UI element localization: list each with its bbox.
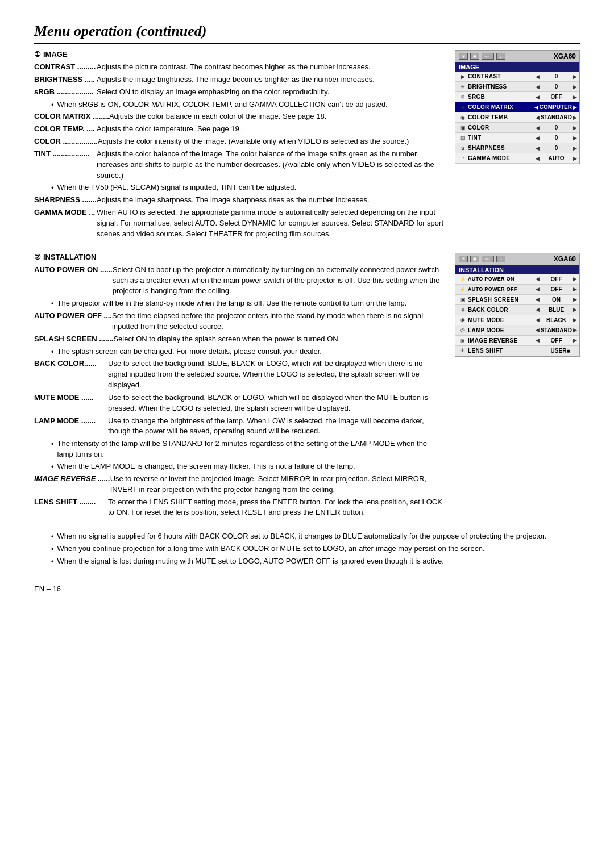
term-mutemode-label: MUTE MODE ......	[34, 393, 108, 414]
xga-row-value-contrast: 0	[541, 73, 572, 80]
footer-bullet-dot-2: •	[51, 544, 54, 555]
xga-row-value-splashscreen: ON	[541, 297, 572, 303]
term-color: COLOR ................. Adjusts the colo…	[34, 136, 443, 147]
arrow-right-sharpness: ▶	[573, 145, 577, 151]
xga-row-value-colormatrix: COMPUTER	[540, 104, 572, 110]
xga-row-icon-splashscreen: ▣	[458, 297, 468, 302]
xga-row-label-splashscreen: SPLASH SCREEN	[468, 297, 536, 303]
arrow-left-backcolor: ◀	[536, 307, 540, 312]
term-color-def: Adjusts the color intensity of the image…	[98, 136, 443, 147]
arrow-right-autopoweron: ▶	[573, 276, 577, 282]
arrow-right-splashscreen: ▶	[573, 297, 577, 302]
xga-row-icon-brightness: ☀	[458, 84, 468, 90]
term-backcolor: BACK COLOR...... Use to select the backg…	[34, 358, 443, 391]
arrow-left-colormatrix: ◀	[534, 105, 538, 110]
xga-row-value-srgb: OFF	[541, 94, 572, 100]
xga-row-lampmode: ◎ LAMP MODE ◀ STANDARD ▶	[455, 326, 579, 336]
arrow-left-autopoweron: ◀	[536, 276, 540, 282]
xga-icon-opt: opt.	[482, 53, 494, 60]
term-tint-def: Adjusts the color balance of the image. …	[97, 149, 443, 181]
section2-header: ② INSTALLATION	[34, 253, 443, 261]
xga-row-label-imagereverse: IMAGE REVERSE	[468, 337, 536, 344]
arrow-right-mutemode: ▶	[573, 317, 577, 323]
term-gammamode-label: GAMMA MODE ...	[34, 207, 97, 240]
section2-text: ② INSTALLATION AUTO POWER ON ...... Sele…	[34, 253, 443, 520]
xga-row-icon-contrast: ▶	[458, 74, 468, 80]
xga-row-icon-backcolor: ◈	[458, 307, 468, 312]
footer-bullet-1: • When no signal is supplied for 6 hours…	[51, 531, 580, 542]
term-autopoweroff-def: Set the time elapsed before the projecto…	[112, 311, 443, 332]
xga-row-label-sharpness: SHARPNESS	[468, 145, 536, 151]
xga-icon-img2: ▣	[470, 256, 479, 262]
term-colortemp-def: Adjusts the color temperature. See page …	[97, 124, 443, 135]
lampmode-bullet2-text: When the LAMP MODE is changed, the scree…	[57, 461, 355, 473]
term-contrast-label: CONTRAST .........	[34, 62, 97, 73]
xga-row-value-brightness: 0	[541, 84, 572, 90]
lampmode-bullet1: • The intensity of the lamp will be STAN…	[51, 439, 443, 460]
term-srgb-label: sRGB ..................	[34, 87, 97, 98]
xga-row-label-brightness: BRIGHTNESS	[468, 84, 536, 90]
autopoweron-bullet: • The projector will be in the stand-by …	[51, 298, 443, 310]
term-brightness-def: Adjusts the image brightness. The image …	[97, 74, 443, 85]
arrow-right-colortemp: ▶	[573, 115, 577, 120]
arrow-right-gammamode: ▶	[573, 156, 577, 161]
xga-row-value-autopoweron: OFF	[541, 276, 572, 282]
xga-icon-spk2: ♪	[496, 256, 505, 262]
term-autopoweroff-label: AUTO POWER OFF ....	[34, 311, 112, 332]
arrow-left-gammamode: ◀	[536, 156, 540, 161]
xga-row-icon-colormatrix: ◈	[458, 105, 468, 110]
xga-row-splashscreen: ▣ SPLASH SCREEN ◀ ON ▶	[455, 295, 579, 305]
xga-row-value-backcolor: BLUE	[541, 307, 572, 313]
term-imagereverse-def: Use to reverse or invert the projected i…	[110, 474, 443, 495]
arrow-right-backcolor: ▶	[573, 307, 577, 312]
term-colormatrix-label: COLOR MATRIX ........	[34, 111, 109, 122]
xga-row-autopoweron: ⚡ AUTO POWER ON ◀ OFF ▶	[455, 274, 579, 285]
xga-row-label-mutemode: MUTE MODE	[468, 317, 536, 323]
xga-panel-image: ☀ ▣ opt. ♪ XGA60 IMAGE ▶ CONTRAST ◀ 0 ▶ …	[455, 50, 580, 164]
xga-row-autopoweroff: ⚡ AUTO POWER OFF ◀ OFF ▶	[455, 285, 579, 295]
xga-icons-image: ☀ ▣ opt. ♪	[459, 53, 505, 60]
xga-row-backcolor: ◈ BACK COLOR ◀ BLUE ▶	[455, 305, 579, 315]
section1-image: ① IMAGE CONTRAST ......... Adjusts the p…	[34, 50, 580, 241]
footer-bullet-dot-1: •	[51, 532, 54, 542]
lampmode-bullet1-text: The intensity of the lamp will be STANDA…	[57, 439, 443, 460]
tint-bullet-text: When the TV50 (PAL, SECAM) signal is inp…	[57, 182, 297, 194]
term-imagereverse: IMAGE REVERSE ...... Use to reverse or i…	[34, 474, 443, 495]
arrow-right-srgb: ▶	[573, 94, 577, 100]
xga-row-srgb: ⊞ sRGB ◀ OFF ▶	[455, 92, 579, 102]
xga-row-icon-gammamode: ◝	[458, 156, 468, 161]
term-sharpness: SHARPNESS ....... Adjusts the image shar…	[34, 195, 443, 206]
splashscreen-bullet: • The splash screen can be changed. For …	[51, 347, 443, 358]
tint-bullet: • When the TV50 (PAL, SECAM) signal is i…	[51, 182, 443, 194]
bullet-dot-splash: •	[51, 347, 54, 358]
term-lampmode-def: Use to change the brightness of the lamp…	[108, 416, 443, 437]
xga-row-label-lensshift: LENS SHIFT	[468, 348, 544, 354]
section2-title: INSTALLATION	[43, 253, 96, 261]
term-colormatrix: COLOR MATRIX ........ Adjusts the color …	[34, 111, 443, 122]
xga-section-header-installation: INSTALLATION	[455, 265, 579, 274]
term-brightness-label: BRIGHTNESS .....	[34, 74, 97, 85]
xga-icon-sun2: ☀	[459, 256, 468, 262]
bullet-dot-autopoweron: •	[51, 299, 54, 310]
term-lampmode: LAMP MODE ....... Use to change the brig…	[34, 416, 443, 437]
section2-installation: ② INSTALLATION AUTO POWER ON ...... Sele…	[34, 253, 580, 520]
xga-row-gammamode: ◝ GAMMA MODE ◀ AUTO ▶	[455, 153, 579, 164]
section2-number: ②	[34, 253, 41, 261]
arrow-left-autopoweroff: ◀	[536, 286, 540, 292]
xga-row-icon-srgb: ⊞	[458, 95, 468, 99]
footer-bullet-text-2: When you continue projection for a long …	[57, 544, 485, 555]
xga-row-value-tint: 0	[541, 135, 572, 141]
xga-row-color: ▣ COLOR ◀ 0 ▶	[455, 123, 579, 133]
term-contrast: CONTRAST ......... Adjusts the picture c…	[34, 62, 443, 73]
term-contrast-def: Adjusts the picture contrast. The contra…	[97, 62, 443, 73]
xga-row-label-autopoweron: AUTO POWER ON	[468, 276, 536, 282]
xga-topbar-installation: ☀ ▣ opt. ♪ XGA60	[455, 253, 579, 265]
arrow-right-imagereverse: ▶	[573, 337, 577, 343]
term-splashscreen-label: SPLASH SCREEN .......	[34, 334, 113, 345]
xga-row-contrast: ▶ CONTRAST ◀ 0 ▶	[455, 72, 579, 82]
footer-bullet-text-1: When no signal is supplied for 6 hours w…	[57, 531, 547, 542]
autopoweron-bullet-text: The projector will be in the stand-by mo…	[57, 298, 407, 310]
xga-title-installation: XGA60	[554, 255, 576, 263]
xga-icon-sun: ☀	[459, 53, 468, 60]
arrow-left-contrast: ◀	[536, 74, 540, 80]
